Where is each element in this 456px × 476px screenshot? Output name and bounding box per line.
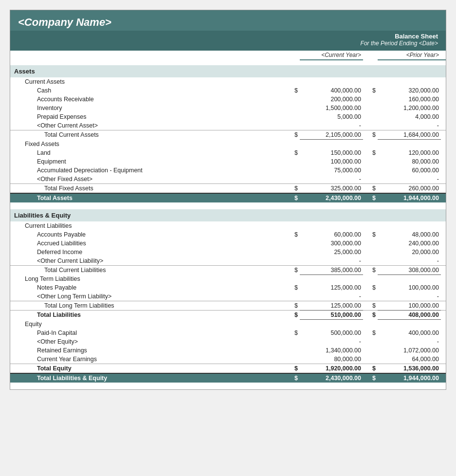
notes-payable-label: Notes Payable: [10, 283, 285, 292]
column-header-row: <Current Year> <Prior Year>: [10, 51, 446, 60]
accum-depreciation-label: Accumulated Depreciation - Equipment: [10, 166, 285, 175]
total-equity-cy: 1,920,000.00: [300, 364, 363, 373]
report-subtitle: For the Period Ending <Date>: [18, 40, 438, 47]
deferred-income-label: Deferred Income: [10, 248, 285, 256]
other-equity-label: <Other Equity>: [10, 337, 285, 346]
equipment-cy: 100,000.00: [300, 157, 363, 166]
accrued-liabilities-label: Accrued Liabilities: [10, 239, 285, 248]
total-assets-row: Total Assets $ 2,430,000.00 $ 1,944,000.…: [10, 193, 446, 202]
long-term-liabilities-label-row: Long Term Liabilities: [10, 275, 446, 283]
paid-in-capital-py-dollar: $: [363, 329, 378, 337]
other-current-liability-label: <Other Current Liability>: [10, 256, 285, 266]
notes-payable-row: Notes Payable $ 125,000.00 $ 100,000.00: [10, 283, 446, 292]
accum-depreciation-py: 60,000.00: [378, 166, 441, 175]
other-current-asset-label: <Other Current Asset>: [10, 121, 285, 130]
total-le-py: 1,944,000.00: [378, 373, 441, 383]
total-liab-cy: 510,000.00: [300, 311, 363, 320]
current-assets-label: Current Assets: [10, 77, 285, 86]
current-liabilities-label-row: Current Liabilities: [10, 221, 446, 230]
current-year-earnings-label: Current Year Earnings: [10, 355, 285, 364]
prepaid-expenses-py: 4,000.00: [378, 112, 441, 121]
inventory-py: 1,200,000.00: [378, 104, 441, 112]
total-lt-liab-cy: 125,000.00: [300, 301, 363, 311]
other-equity-cy: -: [300, 337, 363, 346]
spacer-2: [10, 202, 446, 209]
other-equity-py: -: [378, 337, 441, 346]
accounts-payable-py: 48,000.00: [378, 230, 441, 239]
total-lt-liab-dollar: $: [285, 301, 300, 311]
total-current-liab-py: 308,000.00: [378, 265, 441, 275]
other-current-liability-row: <Other Current Liability> - -: [10, 256, 446, 266]
land-label: Land: [10, 148, 285, 157]
total-liab-py: 408,000.00: [378, 311, 441, 320]
paid-in-capital-cy: 500,000.00: [300, 329, 363, 337]
col-prior-year: <Prior Year>: [378, 51, 441, 60]
total-current-assets-cy: 2,105,000.00: [300, 130, 363, 140]
total-assets-py: 1,944,000.00: [378, 193, 441, 202]
total-current-assets-row: Total Current Assets $ 2,105,000.00 $ 1,…: [10, 130, 446, 140]
retained-earnings-row: Retained Earnings 1,340,000.00 1,072,000…: [10, 346, 446, 355]
other-current-liability-py: -: [378, 256, 441, 266]
other-equity-row: <Other Equity> - -: [10, 337, 446, 346]
inventory-cy: 1,500,000.00: [300, 104, 363, 112]
long-term-liabilities-label: Long Term Liabilities: [10, 275, 285, 283]
land-py-dollar: $: [363, 148, 378, 157]
accounts-receivable-label: Accounts Receivable: [10, 95, 285, 104]
accounts-payable-label: Accounts Payable: [10, 230, 285, 239]
other-lt-liab-cy: -: [300, 292, 363, 301]
total-current-liab-dollar: $: [285, 265, 300, 275]
cash-cy: 400,000.00: [300, 86, 363, 95]
equipment-py: 80,000.00: [378, 157, 441, 166]
column-headers-table: <Current Year> <Prior Year>: [10, 51, 446, 60]
accounts-payable-dollar: $: [285, 230, 300, 239]
total-le-cy: 2,430,000.00: [300, 373, 363, 383]
balance-sheet-table: Assets Current Assets Cash $ 400,000.00 …: [10, 60, 446, 389]
cash-dollar: $: [285, 86, 300, 95]
total-assets-label: Total Assets: [10, 193, 285, 202]
total-le-py-dollar: $: [363, 373, 378, 383]
total-liab-dollar: $: [285, 311, 300, 320]
total-current-liabilities-row: Total Current Liabilities $ 385,000.00 $…: [10, 265, 446, 275]
accounts-payable-py-dollar: $: [363, 230, 378, 239]
total-long-term-liabilities-row: Total Long Term Liabilities $ 125,000.00…: [10, 301, 446, 311]
current-year-earnings-py: 64,000.00: [378, 355, 441, 364]
other-long-term-liability-label: <Other Long Term Liability>: [10, 292, 285, 301]
accum-depreciation-row: Accumulated Depreciation - Equipment 75,…: [10, 166, 446, 175]
bottom-spacer: [10, 383, 446, 389]
other-fixed-asset-row: <Other Fixed Asset> - -: [10, 175, 446, 184]
header-bottom: Balance Sheet For the Period Ending <Dat…: [10, 31, 446, 51]
total-equity-dollar: $: [285, 364, 300, 373]
balance-sheet: <Company Name> Balance Sheet For the Per…: [10, 10, 446, 390]
current-year-earnings-row: Current Year Earnings 80,000.00 64,000.0…: [10, 355, 446, 364]
company-name: <Company Name>: [18, 16, 438, 29]
notes-payable-py: 100,000.00: [378, 283, 441, 292]
accum-depreciation-cy: 75,000.00: [300, 166, 363, 175]
total-long-term-label: Total Long Term Liabilities: [10, 301, 285, 311]
total-lt-liab-py-dollar: $: [363, 301, 378, 311]
fixed-assets-label-row: Fixed Assets: [10, 140, 446, 148]
total-liabilities-equity-label: Total Liabilities & Equity: [10, 373, 285, 383]
equipment-label: Equipment: [10, 157, 285, 166]
land-row: Land $ 150,000.00 $ 120,000.00: [10, 148, 446, 157]
total-liab-py-dollar: $: [363, 311, 378, 320]
retained-earnings-label: Retained Earnings: [10, 346, 285, 355]
other-lt-liab-py: -: [378, 292, 441, 301]
total-lt-liab-py: 100,000.00: [378, 301, 441, 311]
total-equity-row: Total Equity $ 1,920,000.00 $ 1,536,000.…: [10, 364, 446, 373]
deferred-income-row: Deferred Income 25,000.00 20,000.00: [10, 248, 446, 256]
current-year-earnings-cy: 80,000.00: [300, 355, 363, 364]
retained-earnings-cy: 1,340,000.00: [300, 346, 363, 355]
land-dollar: $: [285, 148, 300, 157]
other-current-liability-cy: -: [300, 256, 363, 266]
total-fixed-py-dollar: $: [363, 183, 378, 193]
total-current-assets-py: 1,684,000.00: [378, 130, 441, 140]
equipment-row: Equipment 100,000.00 80,000.00: [10, 157, 446, 166]
other-fixed-asset-py: -: [378, 175, 441, 184]
cash-label: Cash: [10, 86, 285, 95]
accounts-receivable-py: 160,000.00: [378, 95, 441, 104]
current-assets-label-row: Current Assets: [10, 77, 446, 86]
other-current-asset-row: <Other Current Asset> - -: [10, 121, 446, 130]
total-assets-cy: 2,430,000.00: [300, 193, 363, 202]
equity-label: Equity: [10, 320, 285, 329]
total-fixed-py: 260,000.00: [378, 183, 441, 193]
